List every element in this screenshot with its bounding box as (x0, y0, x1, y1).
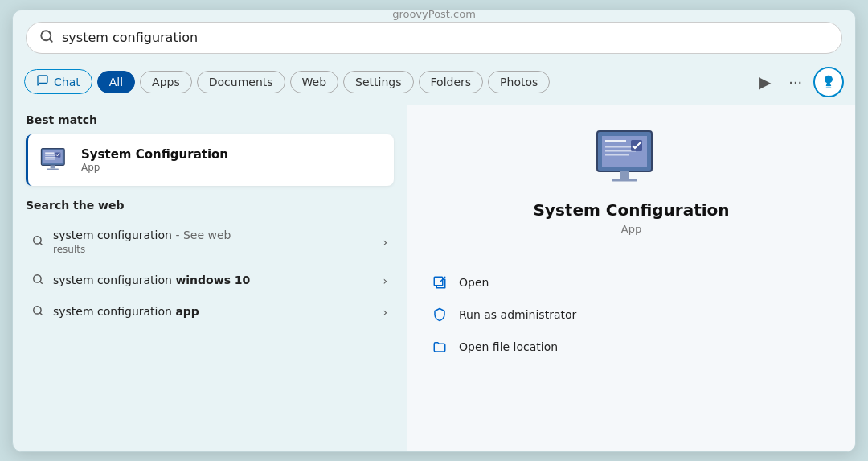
bing-button[interactable] (813, 67, 844, 97)
left-panel: Best match (13, 105, 407, 451)
action-open-file-location[interactable]: Open file location (427, 331, 836, 363)
web-item-arrow-1: › (383, 236, 387, 249)
tab-settings[interactable]: Settings (343, 71, 413, 93)
svg-line-1 (49, 39, 51, 41)
action-run-as-admin[interactable]: Run as administrator (427, 298, 836, 331)
web-search-section: Search the web system configuration - Se… (26, 199, 394, 329)
web-search-icon-1 (32, 235, 43, 249)
folder-icon (432, 339, 448, 355)
tab-chat[interactable]: Chat (24, 69, 92, 94)
search-icon (39, 29, 54, 47)
web-search-icon-2 (32, 274, 43, 288)
detail-app-name: System Configuration (533, 200, 729, 220)
tab-photos[interactable]: Photos (488, 71, 550, 93)
tab-web[interactable]: Web (290, 71, 339, 93)
right-panel: System Configuration App Open (407, 105, 855, 451)
main-content: Best match (13, 105, 855, 451)
svg-rect-8 (45, 158, 55, 159)
open-icon (432, 274, 448, 290)
tab-all[interactable]: All (97, 71, 135, 93)
search-input-wrapper (26, 22, 842, 54)
filter-tabs: Chat All Apps Documents Web Settings Fol… (13, 62, 855, 105)
web-item-main-2: system configuration windows 10 (53, 274, 250, 286)
tab-folders-label: Folders (431, 76, 472, 88)
more-options-button[interactable]: ··· (782, 69, 809, 94)
best-match-app-name: System Configuration (81, 147, 228, 162)
tab-all-label: All (109, 76, 123, 88)
tab-chat-label: Chat (54, 76, 80, 88)
action-run-as-admin-label: Run as administrator (459, 308, 576, 321)
best-match-text: System Configuration App (81, 147, 228, 173)
action-list: Open Run as administrator (427, 266, 836, 363)
detail-app-type: App (621, 223, 641, 235)
tab-apps[interactable]: Apps (140, 71, 192, 93)
svg-rect-26 (612, 179, 637, 182)
system-config-icon (39, 147, 72, 173)
tab-folders[interactable]: Folders (419, 71, 484, 93)
chat-icon (36, 74, 49, 89)
web-item-text-2: system configuration windows 10 (53, 273, 373, 289)
tab-documents[interactable]: Documents (197, 71, 285, 93)
web-item-3[interactable]: system configuration app › (26, 296, 394, 328)
web-item-text-1: system configuration - See web results (53, 228, 373, 257)
svg-rect-10 (51, 165, 55, 168)
web-item-text-3: system configuration app (53, 304, 373, 320)
svg-rect-11 (47, 168, 59, 170)
shield-icon (432, 307, 448, 323)
detail-divider (427, 253, 836, 253)
app-icon-box (39, 144, 72, 176)
svg-rect-25 (620, 171, 629, 179)
web-item-main-3: system configuration app (53, 305, 199, 318)
svg-point-2 (826, 86, 832, 88)
action-open-label: Open (459, 276, 489, 289)
tab-web-label: Web (302, 76, 327, 88)
detail-app-icon (596, 130, 668, 186)
web-item-main-1: system configuration - See web (53, 228, 231, 241)
tab-apps-label: Apps (152, 76, 180, 88)
best-match-item[interactable]: System Configuration App (26, 134, 394, 186)
web-search-label: Search the web (26, 199, 394, 212)
web-item-2[interactable]: system configuration windows 10 › (26, 265, 394, 297)
expand-tabs-button[interactable]: ▶ (752, 69, 777, 95)
svg-rect-5 (45, 152, 54, 154)
best-match-app-type: App (81, 162, 228, 173)
web-item-arrow-2: › (383, 274, 387, 287)
web-item-sub-1: results (53, 243, 373, 257)
web-item-1[interactable]: system configuration - See web results › (26, 220, 394, 265)
web-item-arrow-3: › (383, 306, 387, 319)
svg-rect-23 (605, 154, 629, 156)
web-search-icon-3 (32, 305, 43, 319)
svg-line-13 (40, 242, 43, 245)
best-match-label: Best match (26, 113, 394, 126)
search-bar-row (13, 10, 855, 62)
action-open-file-location-label: Open file location (459, 340, 558, 353)
svg-line-15 (40, 281, 43, 283)
search-window: Chat All Apps Documents Web Settings Fol… (12, 10, 856, 452)
tab-photos-label: Photos (500, 76, 538, 88)
tab-documents-label: Documents (209, 76, 273, 88)
svg-line-17 (40, 313, 43, 315)
tab-settings-label: Settings (355, 76, 401, 88)
search-input[interactable] (62, 30, 829, 45)
action-open[interactable]: Open (427, 266, 836, 298)
svg-rect-20 (605, 140, 626, 142)
